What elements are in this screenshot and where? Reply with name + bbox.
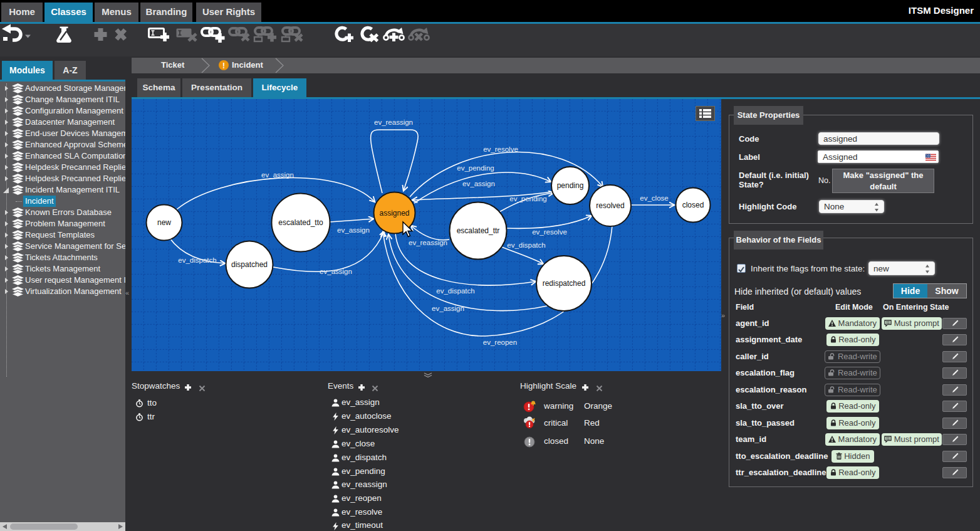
svg-text:new: new [157, 218, 171, 227]
svg-text:ev_reassign: ev_reassign [374, 118, 413, 126]
svg-text:ev_assign: ev_assign [337, 226, 370, 234]
svg-text:dispatched: dispatched [231, 260, 268, 269]
svg-text:assigned: assigned [379, 209, 409, 218]
svg-text:pending: pending [557, 181, 584, 190]
svg-text:ev_assign: ev_assign [462, 180, 495, 187]
svg-text:escalated_ttr: escalated_ttr [457, 226, 500, 235]
svg-text:ev_pending: ev_pending [457, 164, 494, 172]
svg-text:ev_reassign: ev_reassign [409, 239, 447, 246]
svg-text:redispatched: redispatched [543, 279, 586, 288]
svg-text:ev_resolve: ev_resolve [483, 145, 518, 153]
svg-text:ev_dispatch: ev_dispatch [507, 241, 545, 249]
svg-text:ev_assign: ev_assign [432, 305, 464, 312]
svg-text:ev_close: ev_close [640, 194, 668, 202]
svg-text:ev_assign: ev_assign [261, 171, 294, 179]
svg-text:resolved: resolved [596, 201, 624, 210]
svg-text:ev_assign: ev_assign [320, 268, 352, 275]
svg-text:ev_pending: ev_pending [509, 195, 546, 202]
svg-text:ev_dispatch: ev_dispatch [436, 287, 474, 295]
svg-text:!: ! [222, 61, 225, 70]
svg-text:escalated_tto: escalated_tto [278, 218, 323, 227]
svg-text:closed: closed [682, 201, 704, 209]
svg-text:ev_resolve: ev_resolve [532, 228, 567, 236]
svg-text:ev_dispatch: ev_dispatch [178, 256, 216, 264]
svg-text:ev_reopen: ev_reopen [483, 339, 517, 346]
